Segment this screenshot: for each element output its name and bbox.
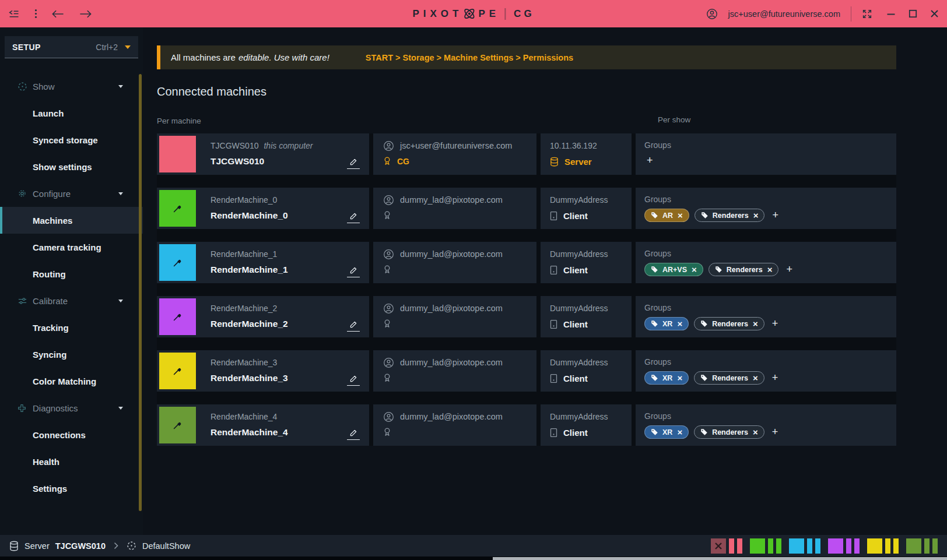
- sidebar-label: Machines: [33, 216, 72, 226]
- machine-color-swatch[interactable]: [159, 244, 196, 281]
- remove-tag-icon[interactable]: ×: [753, 428, 758, 436]
- minimize-button[interactable]: [886, 10, 896, 18]
- edit-name-button[interactable]: [347, 320, 360, 332]
- sidebar-group-show[interactable]: Show: [0, 73, 143, 100]
- license-ribbon-icon: [383, 373, 391, 383]
- sidebar-item-connections[interactable]: Connections: [0, 421, 143, 448]
- machine-name-block: RenderMachine_2 RenderMachine_2: [198, 296, 369, 337]
- machine-color-swatch[interactable]: [159, 298, 196, 335]
- add-group-button[interactable]: +: [772, 372, 778, 384]
- forward-icon[interactable]: [79, 9, 92, 19]
- maximize-button[interactable]: [909, 9, 917, 18]
- user-email: dummy_lad@pixotope.com: [400, 358, 503, 367]
- sidebar-item-color-matching[interactable]: Color Matching: [0, 368, 143, 395]
- tag-icon: [715, 266, 722, 273]
- client-icon: [550, 211, 557, 221]
- group-tag[interactable]: Renderers ×: [694, 425, 764, 439]
- server-name[interactable]: TJCGWS010: [55, 541, 106, 551]
- remove-tag-icon[interactable]: ×: [767, 265, 773, 274]
- breadcrumb[interactable]: START > Storage > Machine Settings > Per…: [366, 53, 573, 62]
- sidebar-group-calibrate[interactable]: Calibrate: [0, 287, 143, 314]
- sidebar-label: Diagnostics: [33, 403, 78, 413]
- mode-shortcut: Ctrl+2: [96, 43, 118, 52]
- machine-indicator[interactable]: [750, 538, 781, 554]
- sidebar-item-show-settings[interactable]: Show settings: [0, 153, 143, 180]
- user-email: jsc+user@futureuniverse.com: [400, 141, 512, 150]
- group-tag[interactable]: Renderers ×: [694, 317, 764, 330]
- sidebar-label: Camera tracking: [33, 242, 101, 252]
- close-button[interactable]: [930, 9, 939, 18]
- user-email: dummy_lad@pixotope.com: [400, 195, 503, 205]
- machine-display-name: RenderMachine_0: [211, 195, 277, 205]
- machine-indicator[interactable]: [789, 538, 820, 554]
- group-tag[interactable]: XR ×: [644, 425, 689, 439]
- group-tag[interactable]: XR ×: [644, 317, 689, 330]
- edit-name-button[interactable]: [347, 374, 360, 386]
- group-tag[interactable]: Renderers ×: [709, 263, 779, 276]
- machine-indicator[interactable]: [711, 538, 742, 554]
- sidebar-item-tracking[interactable]: Tracking: [0, 314, 143, 341]
- horizontal-scrollbar-thumb[interactable]: [493, 557, 947, 560]
- machine-color-swatch[interactable]: [159, 353, 196, 389]
- user-icon: [383, 140, 394, 152]
- remove-tag-icon[interactable]: ×: [678, 211, 683, 220]
- remove-tag-icon[interactable]: ×: [692, 265, 697, 274]
- machine-address-cell: DummyAddress Client: [541, 350, 632, 392]
- mode-selector[interactable]: SETUP Ctrl+2: [5, 36, 138, 58]
- machine-color-swatch[interactable]: [159, 407, 196, 443]
- add-group-button[interactable]: +: [772, 426, 778, 438]
- add-group-button[interactable]: +: [772, 318, 778, 330]
- machine-indicator[interactable]: [867, 538, 899, 554]
- machine-color-swatch[interactable]: [159, 136, 196, 172]
- machine-color-swatch[interactable]: [159, 190, 196, 227]
- sidebar-group-diagnostics[interactable]: Diagnostics: [0, 395, 143, 421]
- group-tag[interactable]: Renderers ×: [695, 209, 765, 222]
- indicator-square: [789, 538, 804, 554]
- machine-indicator[interactable]: [906, 538, 938, 554]
- remove-tag-icon[interactable]: ×: [677, 319, 682, 328]
- add-group-button[interactable]: +: [647, 154, 653, 167]
- group-tag[interactable]: AR ×: [644, 209, 689, 222]
- tag-icon: [701, 212, 709, 219]
- edit-name-button[interactable]: [347, 428, 360, 440]
- group-tag[interactable]: Renderers ×: [694, 371, 764, 385]
- show-name[interactable]: DefaultShow: [142, 541, 190, 551]
- sidebar-label: Health: [33, 457, 59, 467]
- sidebar-item-routing[interactable]: Routing: [0, 260, 143, 287]
- sidebar-item-syncing[interactable]: Syncing: [0, 341, 143, 368]
- remove-tag-icon[interactable]: ×: [753, 374, 758, 382]
- sidebar-group-configure[interactable]: Configure: [0, 180, 143, 207]
- sidebar-item-camera-tracking[interactable]: Camera tracking: [0, 234, 143, 260]
- sidebar-item-health[interactable]: Health: [0, 448, 143, 475]
- machine-indicator[interactable]: [828, 538, 860, 554]
- edit-name-button[interactable]: [347, 157, 360, 169]
- indicator-bar: [815, 538, 820, 554]
- remove-tag-icon[interactable]: ×: [753, 319, 758, 328]
- remove-tag-icon[interactable]: ×: [677, 374, 682, 382]
- kebab-menu-icon[interactable]: [34, 8, 37, 19]
- sidebar-scrollbar[interactable]: [139, 74, 142, 511]
- tag-icon: [651, 374, 658, 382]
- sidebar-item-synced-storage[interactable]: Synced storage: [0, 126, 143, 153]
- add-group-button[interactable]: +: [786, 263, 792, 276]
- edit-name-button[interactable]: [347, 212, 360, 223]
- scale-ui-icon[interactable]: [862, 9, 872, 19]
- group-tag[interactable]: AR+VS ×: [644, 263, 703, 276]
- sidebar-label: Settings: [33, 484, 67, 494]
- edit-name-button[interactable]: [347, 266, 360, 277]
- sidebar: SETUP Ctrl+2 Show Launch Synced storage …: [0, 27, 143, 535]
- sidebar-item-machines[interactable]: Machines: [0, 207, 143, 234]
- sidebar-item-settings[interactable]: Settings: [0, 475, 143, 502]
- sidebar-item-launch[interactable]: Launch: [0, 100, 143, 126]
- collapse-sidebar-icon[interactable]: [8, 9, 20, 19]
- remove-tag-icon[interactable]: ×: [677, 428, 682, 436]
- back-icon[interactable]: [51, 9, 65, 19]
- machine-user-cell: dummy_lad@pixotope.com: [373, 296, 536, 337]
- user-icon[interactable]: [706, 8, 718, 20]
- add-group-button[interactable]: +: [772, 209, 778, 221]
- remove-tag-icon[interactable]: ×: [753, 211, 759, 220]
- signed-in-email[interactable]: jsc+user@futureuniverse.com: [728, 9, 840, 19]
- logo-text-right: PE: [478, 8, 500, 20]
- group-tag[interactable]: XR ×: [644, 371, 689, 385]
- machine-name-cell: RenderMachine_4 RenderMachine_4: [157, 404, 369, 446]
